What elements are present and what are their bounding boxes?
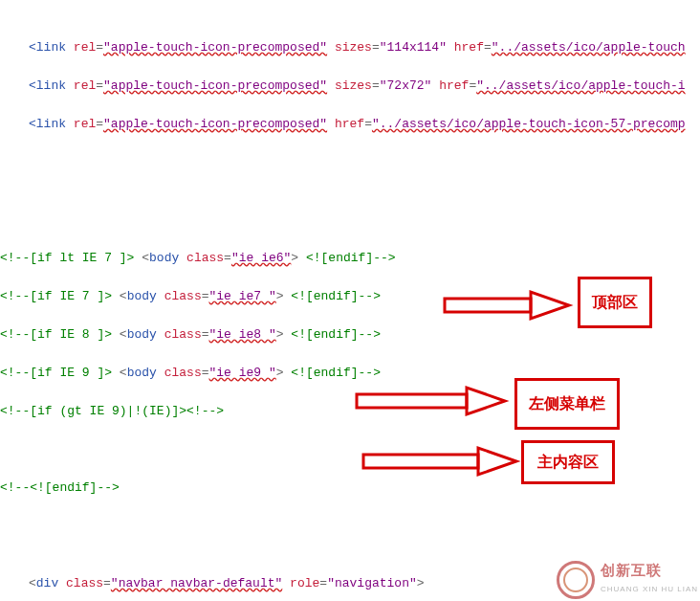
svg-marker-5 <box>478 448 516 475</box>
code-line: <link rel="apple-touch-icon-precomposed"… <box>0 38 700 57</box>
attr-value: "../assets/ico/apple-touch <box>492 40 686 55</box>
svg-rect-0 <box>445 299 531 312</box>
logo-icon <box>557 561 595 599</box>
svg-marker-1 <box>531 292 569 319</box>
code-line: <link rel="apple-touch-icon-precomposed"… <box>0 77 700 96</box>
label-main-content: 主内容区 <box>521 440 615 484</box>
attr-value: "apple-touch-icon-precomposed" <box>103 40 327 55</box>
svg-rect-4 <box>363 455 478 468</box>
attr-value: "../assets/ico/apple-touch-icon-57-preco… <box>372 117 686 131</box>
attr-value: "114x114" <box>380 40 447 55</box>
label-left-sidebar: 左侧菜单栏 <box>514 378 620 430</box>
arrow-icon <box>359 443 521 481</box>
watermark-subname: CHUANG XIN HU LIAN <box>601 580 698 599</box>
code-line: <link rel="apple-touch-icon-precomposed"… <box>0 115 700 134</box>
label-top-region: 顶部区 <box>578 277 652 328</box>
arrow-icon <box>440 287 574 325</box>
svg-marker-3 <box>467 388 505 414</box>
conditional-comment: <!--[if lt IE 7 ]> <body class="ie ie6">… <box>0 249 700 268</box>
conditional-comment: <!--[if IE 8 ]> <body class="ie ie8 "> <… <box>0 325 700 345</box>
svg-rect-2 <box>357 394 467 408</box>
attr-value: "72x72" <box>380 78 432 93</box>
watermark-logo: 创新互联 CHUANG XIN HU LIAN <box>557 561 698 599</box>
attr-value: "apple-touch-icon-precomposed" <box>103 117 327 131</box>
attr-value: "../assets/ico/apple-touch-i <box>476 78 685 93</box>
attr-value: "apple-touch-icon-precomposed" <box>103 78 327 93</box>
watermark-name: 创新互联 <box>601 561 698 580</box>
arrow-icon <box>352 383 510 421</box>
